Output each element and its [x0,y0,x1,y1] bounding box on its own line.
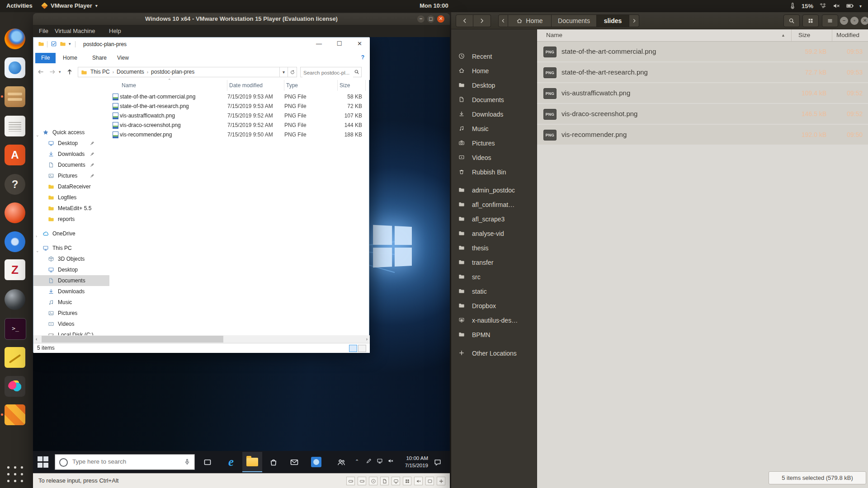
sidebar-item-dropbox[interactable]: Dropbox [451,299,537,313]
hdd-icon[interactable] [358,477,366,485]
printer-icon[interactable] [425,477,434,485]
maximize-button[interactable]: ☐ [329,38,349,51]
vm-device-icons[interactable] [346,477,445,485]
tree-item-3d-objects[interactable]: 3D Objects [33,253,109,264]
breadcrumb-separator[interactable]: › [147,70,148,75]
sidebar-item-documents[interactable]: Documents [451,93,537,107]
address-dropdown-button[interactable]: ▾ [280,67,288,77]
column-headers[interactable]: NameDate modifiedTypeSize [110,80,368,91]
chromium-icon[interactable] [5,231,25,252]
help-button[interactable]: ? [361,54,364,61]
path-scroll-left[interactable] [498,14,508,27]
taskbar-search-input[interactable] [71,458,177,465]
tree-item-metaedit-5-5[interactable]: MetaEdit+ 5.5 [33,203,109,214]
sidebar-item-afl-scrape3[interactable]: afl_scrape3 [451,212,537,226]
tree-item-onedrive[interactable]: ›OneDrive [33,228,109,239]
file-row[interactable]: state-of-the-art-research.png 7/15/2019 … [110,102,368,111]
details-view-button[interactable] [349,345,357,352]
system-tray[interactable]: 15% ▾ [789,2,862,10]
explorer-search-input[interactable] [302,68,353,77]
firefox-icon[interactable] [5,28,25,49]
column-modified[interactable]: Modified [836,29,859,41]
floppy-icon[interactable] [380,477,389,485]
forward-button[interactable] [49,68,56,75]
breadcrumb[interactable]: This PC›Documents›postdoc-plan-pres [90,69,194,75]
tray-expand-caret[interactable]: ⌃ [355,459,359,465]
close-button[interactable]: ✕ [437,15,444,23]
vmware-workstation-icon[interactable] [5,404,25,425]
file-row[interactable]: PNG vis-draco-screenshot.png 146.5 kB 09… [537,104,868,124]
ubuntu-software-icon[interactable]: A [5,145,25,165]
tree-item-desktop[interactable]: Desktop [33,138,109,149]
path-button-home[interactable]: Home [508,14,552,27]
column-name[interactable]: Name [546,29,562,41]
scroll-right-arrow[interactable]: › [366,336,368,343]
tree-item-documents[interactable]: Documents [33,275,109,286]
column-type[interactable]: Type [284,80,338,91]
task-view-button[interactable] [198,452,217,472]
explorer-titlebar[interactable]: ▾ postdoc-plan-pres — ☐ ✕ [33,38,370,51]
activities-button[interactable]: Activities [6,2,33,9]
maximize-button[interactable]: ◻ [427,15,434,23]
sidebar-item-pictures[interactable]: Pictures [451,136,537,150]
column-size[interactable]: Size [798,29,810,41]
hdd-icon[interactable] [346,477,355,485]
path-button-slides[interactable]: slides [597,14,629,27]
menu-button[interactable] [822,14,838,27]
people-icon[interactable] [331,452,351,472]
customize-toolbar-caret[interactable]: ▾ [69,42,71,46]
volume-muted-icon[interactable] [387,458,394,464]
clock[interactable]: Mon 10:00 [420,2,448,9]
text-editor-icon[interactable] [5,347,25,368]
terminal-icon[interactable]: >_ [5,318,26,340]
vmware-menu-help[interactable]: Help [109,28,121,34]
usb-icon[interactable] [403,477,411,485]
tree-item-documents[interactable]: Documents [33,160,109,170]
sidebar-item-transfer[interactable]: transfer [451,255,537,270]
pen-icon[interactable] [366,458,372,464]
breadcrumb-segment[interactable]: Documents [117,69,144,75]
path-scroll-right[interactable] [629,14,639,27]
file-row[interactable]: vis-recommender.png 7/15/2019 9:50 AM PN… [110,130,368,140]
mail-icon[interactable] [284,452,304,472]
vmware-menu-file[interactable]: File [39,28,48,34]
column-name[interactable]: Name [120,80,227,91]
column-date-modified[interactable]: Date modified [227,80,284,91]
zotero-icon[interactable]: Z [5,259,25,280]
file-row[interactable]: vis-austrafficwatch.png 7/15/2019 9:52 A… [110,111,368,121]
nautilus-column-headers[interactable]: Name ▲ Size Modified [537,29,868,42]
tree-item-reports[interactable]: reports [33,214,109,225]
new-folder-icon[interactable] [60,41,66,47]
file-row[interactable]: vis-draco-screenshot.png 7/15/2019 9:52 … [110,121,368,130]
files-icon[interactable] [5,86,25,107]
back-button[interactable] [456,14,473,27]
ribbon-tab-file[interactable]: File [35,53,56,63]
tree-item-pictures[interactable]: Pictures [33,170,109,181]
network-icon[interactable] [377,458,383,464]
scrollbar-thumb[interactable] [42,336,223,343]
file-row[interactable]: PNG vis-austrafficwatch.png 109.4 kB 09:… [537,83,868,103]
sort-ascending-icon[interactable]: ⌃ [168,78,171,83]
file-row[interactable]: state-of-the-art-commercial.png 7/15/201… [110,92,368,102]
nautilus-headerbar[interactable]: HomeDocumentsslides – ▫ ✕ [451,12,868,29]
microphone-icon[interactable] [184,458,191,465]
tree-item-quick-access[interactable]: ⌄Quick access [33,127,109,138]
sidebar-item-desktop[interactable]: Desktop [451,78,537,93]
close-button[interactable]: ✕ [861,17,868,25]
sidebar-item-analyse-vid[interactable]: analyse-vid [451,226,537,241]
tree-item-local-disk-c-[interactable]: Local Disk (C:) [33,329,109,335]
tree-chevron[interactable]: › [36,231,37,242]
forward-button[interactable] [473,14,491,27]
vmware-titlebar[interactable]: Windows 10 x64 - VMware Workstation 15 P… [33,13,450,25]
sidebar-item-src[interactable]: src [451,270,537,284]
tree-item-desktop[interactable]: Desktop [33,264,109,275]
tree-item-logfiles[interactable]: Logfiles [33,192,109,203]
sphere-app-icon[interactable] [5,289,25,310]
ribbon-tab-home[interactable]: Home [57,53,83,63]
search-button[interactable] [783,14,800,27]
rhythmbox-icon[interactable] [5,202,25,223]
store-icon[interactable] [264,452,283,472]
up-button[interactable] [66,68,73,75]
tree-item-pictures[interactable]: Pictures [33,308,109,319]
vmware-menu-virtual-machine[interactable]: Virtual Machine [55,28,95,34]
